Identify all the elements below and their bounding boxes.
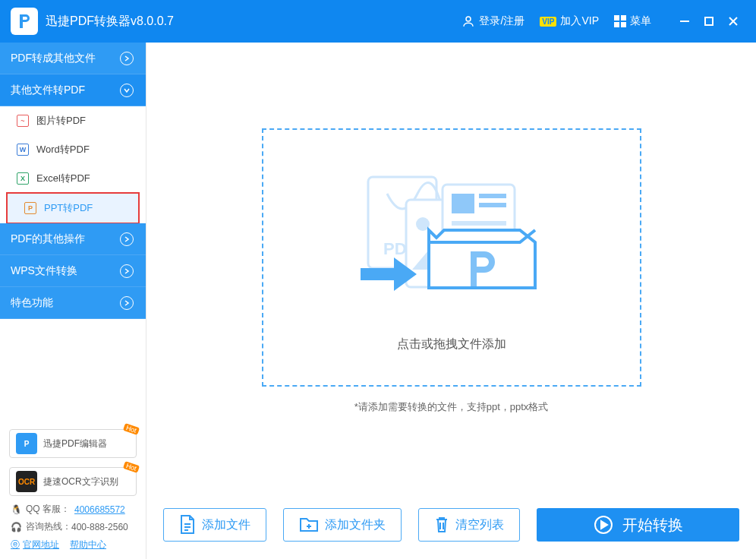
svg-rect-15 bbox=[479, 194, 506, 198]
maximize-button[interactable] bbox=[697, 0, 721, 43]
category-other-to-pdf[interactable]: 其他文件转PDF bbox=[0, 74, 146, 106]
phone-label: 咨询热线： bbox=[26, 520, 71, 533]
drop-illustration: PDF bbox=[353, 163, 550, 315]
category-label: PDF转成其他文件 bbox=[11, 52, 96, 65]
menu-button[interactable]: 菜单 bbox=[606, 0, 659, 43]
titlebar: 迅捷PDF转换器v8.0.0.7 登录/注册 VIP 加入VIP 菜单 bbox=[0, 0, 756, 43]
qq-contact: 🐧 QQ 客服： 4006685572 bbox=[0, 501, 146, 518]
vip-label: 加入VIP bbox=[560, 14, 599, 28]
subitem-label: PPT转PDF bbox=[44, 201, 93, 215]
svg-rect-4 bbox=[621, 22, 626, 27]
svg-rect-16 bbox=[479, 203, 506, 207]
minimize-button[interactable] bbox=[673, 0, 697, 43]
add-folder-button[interactable]: 添加文件夹 bbox=[283, 508, 402, 542]
vip-icon: VIP bbox=[540, 17, 556, 27]
ppt-file-icon: P bbox=[24, 202, 36, 214]
image-file-icon: ~ bbox=[17, 115, 29, 127]
grid-icon bbox=[614, 15, 626, 27]
site-link[interactable]: 官网地址 bbox=[23, 538, 59, 551]
menu-label: 菜单 bbox=[630, 14, 651, 28]
chevron-right-icon bbox=[120, 296, 134, 310]
promo-label: 捷速OCR文字识别 bbox=[43, 475, 118, 488]
subitem-word-to-pdf[interactable]: W Word转PDF bbox=[0, 135, 146, 164]
svg-rect-6 bbox=[705, 17, 713, 25]
login-label: 登录/注册 bbox=[479, 14, 524, 28]
button-label: 清空列表 bbox=[455, 517, 504, 533]
svg-rect-1 bbox=[614, 15, 619, 21]
category-pdf-to-other[interactable]: PDF转成其他文件 bbox=[0, 43, 146, 74]
category-wps-convert[interactable]: WPS文件转换 bbox=[0, 255, 146, 287]
qq-icon: 🐧 bbox=[11, 504, 21, 515]
svg-rect-17 bbox=[452, 221, 506, 226]
qq-label: QQ 客服： bbox=[26, 503, 70, 516]
close-button[interactable] bbox=[721, 0, 745, 43]
excel-file-icon: X bbox=[17, 172, 29, 185]
globe-icon: ⓔ bbox=[11, 538, 20, 551]
headset-icon: 🎧 bbox=[11, 522, 21, 532]
file-add-icon bbox=[179, 515, 196, 535]
vip-button[interactable]: VIP 加入VIP bbox=[532, 0, 606, 43]
drop-zone[interactable]: PDF 点击或拖拽文件添加 bbox=[262, 128, 641, 387]
hot-badge: Hot bbox=[123, 423, 140, 435]
svg-rect-3 bbox=[614, 22, 619, 27]
subitem-excel-to-pdf[interactable]: X Excel转PDF bbox=[0, 164, 146, 193]
start-convert-button[interactable]: 开始转换 bbox=[537, 508, 739, 542]
subitem-label: 图片转PDF bbox=[36, 114, 86, 128]
button-label: 开始转换 bbox=[622, 515, 683, 535]
app-logo bbox=[11, 8, 38, 35]
button-label: 添加文件 bbox=[202, 517, 250, 533]
login-button[interactable]: 登录/注册 bbox=[454, 0, 532, 43]
drop-zone-label: 点击或拖拽文件添加 bbox=[397, 336, 506, 352]
action-bar: 添加文件 添加文件夹 清空列表 开始转换 bbox=[146, 500, 756, 559]
svg-point-0 bbox=[466, 17, 471, 21]
app-title: 迅捷PDF转换器v8.0.0.7 bbox=[46, 14, 174, 30]
main-panel: PDF 点击或拖拽文件添加 *请 bbox=[146, 43, 756, 559]
promo-ocr[interactable]: OCR 捷速OCR文字识别 Hot bbox=[9, 467, 137, 496]
subitem-label: Excel转PDF bbox=[36, 172, 90, 185]
add-file-button[interactable]: 添加文件 bbox=[163, 508, 266, 542]
sidebar: PDF转成其他文件 其他文件转PDF ~ 图片转PDF W Word转PDF X… bbox=[0, 43, 146, 559]
phone-contact: 🎧 咨询热线： 400-888-2560 bbox=[0, 518, 146, 535]
promo-icon: P bbox=[16, 433, 37, 454]
folder-add-icon bbox=[299, 516, 319, 533]
help-link[interactable]: 帮助中心 bbox=[70, 538, 106, 551]
button-label: 添加文件夹 bbox=[325, 517, 386, 533]
category-pdf-other-ops[interactable]: PDF的其他操作 bbox=[0, 223, 146, 255]
chevron-right-icon bbox=[120, 52, 134, 65]
hint-text: *请添加需要转换的文件，支持ppt，pptx格式 bbox=[354, 400, 549, 414]
promo-label: 迅捷PDF编辑器 bbox=[43, 437, 107, 450]
category-label: 其他文件转PDF bbox=[11, 84, 85, 97]
subitem-label: Word转PDF bbox=[36, 143, 90, 156]
promo-icon: OCR bbox=[16, 471, 37, 492]
word-file-icon: W bbox=[17, 144, 29, 156]
phone-value: 400-888-2560 bbox=[71, 522, 128, 532]
promo-pdf-editor[interactable]: P 迅捷PDF编辑器 Hot bbox=[9, 429, 137, 458]
clear-list-button[interactable]: 清空列表 bbox=[418, 508, 520, 542]
trash-icon bbox=[434, 516, 449, 534]
hot-badge: Hot bbox=[123, 461, 140, 473]
category-label: 特色功能 bbox=[11, 296, 53, 310]
play-icon bbox=[594, 515, 613, 535]
chevron-right-icon bbox=[120, 232, 134, 246]
category-label: WPS文件转换 bbox=[11, 264, 77, 278]
subitem-ppt-to-pdf[interactable]: P PPT转PDF bbox=[8, 194, 138, 223]
svg-rect-14 bbox=[452, 194, 474, 213]
user-icon bbox=[461, 14, 475, 28]
chevron-down-icon bbox=[120, 84, 134, 97]
subitem-image-to-pdf[interactable]: ~ 图片转PDF bbox=[0, 106, 146, 135]
category-label: PDF的其他操作 bbox=[11, 232, 85, 246]
category-special[interactable]: 特色功能 bbox=[0, 287, 146, 319]
chevron-right-icon bbox=[120, 264, 134, 278]
qq-link[interactable]: 4006685572 bbox=[74, 504, 125, 515]
svg-rect-2 bbox=[621, 15, 626, 21]
highlight-box: P PPT转PDF bbox=[6, 192, 140, 224]
